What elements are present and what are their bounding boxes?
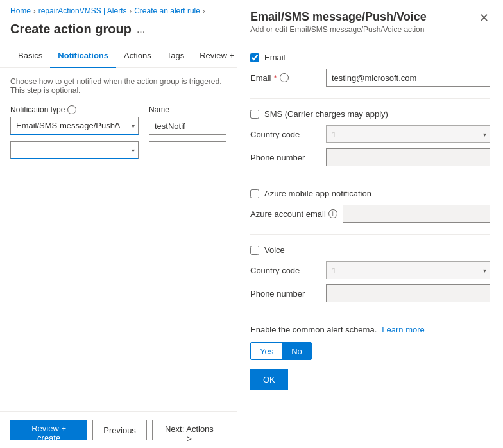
left-footer: Review + create Previous Next: Actions > [0, 411, 237, 448]
sms-section: SMS (Carrier charges may apply) Country … [250, 109, 490, 166]
tab-basics[interactable]: Basics [10, 44, 50, 68]
breadcrumb-home[interactable]: Home [10, 6, 31, 15]
right-panel: Email/SMS message/Push/Voice Add or edit… [237, 0, 503, 448]
breadcrumb-alerts[interactable]: repairActionVMSS | Alerts [38, 6, 127, 15]
sms-phone-row: Phone number [250, 148, 490, 166]
divider-3 [250, 234, 490, 235]
notification-type-select[interactable]: Email/SMS message/Push/Voice [10, 117, 139, 135]
tab-bar: Basics Notifications Actions Tags Review… [0, 44, 237, 68]
notification-form-row: Notification type i Email/SMS message/Pu… [10, 105, 226, 135]
azure-account-email-row: Azure account email i [250, 205, 490, 223]
step-description: Choose how to get notified when the acti… [10, 77, 226, 95]
more-options-icon[interactable]: ... [137, 24, 145, 35]
divider-1 [250, 98, 490, 99]
second-name-input[interactable] [149, 141, 226, 159]
second-notification-type-select[interactable] [10, 141, 139, 159]
voice-checkbox-row: Voice [250, 245, 490, 255]
email-field-label: Email * i [250, 73, 321, 83]
review-create-button[interactable]: Review + create [10, 420, 87, 440]
page-title-row: Create action group ... [0, 19, 237, 44]
schema-no-button[interactable]: No [282, 343, 311, 359]
previous-button[interactable]: Previous [92, 420, 147, 440]
tab-notifications[interactable]: Notifications [50, 44, 116, 68]
voice-section: Voice Country code 1 ▾ Phone number [250, 245, 490, 302]
next-button[interactable]: Next: Actions > [152, 420, 226, 440]
schema-yes-button[interactable]: Yes [251, 343, 282, 359]
second-notification-type-group: ▾ [10, 141, 139, 159]
learn-more-link[interactable]: Learn more [382, 325, 424, 334]
voice-checkbox[interactable] [250, 246, 259, 255]
email-section: Email Email * i [250, 53, 490, 87]
tab-tags[interactable]: Tags [159, 44, 192, 68]
notification-type-select-wrapper: Email/SMS message/Push/Voice ▾ [10, 117, 139, 135]
sms-country-code-select-wrapper: 1 ▾ [326, 125, 490, 143]
second-select-wrapper: ▾ [10, 141, 139, 159]
name-label: Name [149, 105, 226, 114]
breadcrumb: Home › repairActionVMSS | Alerts › Creat… [0, 0, 237, 19]
name-group: Name [149, 105, 226, 135]
schema-toggle-group: Yes No [250, 342, 312, 360]
voice-country-code-select-wrapper: 1 ▾ [326, 261, 490, 279]
azure-app-checkbox[interactable] [250, 189, 259, 198]
email-input[interactable] [326, 69, 490, 87]
azure-app-section: Azure mobile app notification Azure acco… [250, 189, 490, 223]
page-title: Create action group [10, 22, 132, 37]
sms-checkbox[interactable] [250, 110, 259, 119]
second-form-row: ▾ [10, 141, 226, 159]
divider-2 [250, 178, 490, 178]
sms-phone-label: Phone number [250, 153, 321, 162]
azure-account-email-input[interactable] [343, 205, 490, 223]
email-checkbox[interactable] [250, 53, 259, 62]
voice-phone-label: Phone number [250, 289, 321, 298]
notification-type-info-icon[interactable]: i [67, 105, 76, 114]
azure-app-section-label[interactable]: Azure mobile app notification [264, 189, 371, 198]
azure-app-checkbox-row: Azure mobile app notification [250, 189, 490, 198]
panel-body: Email Email * i SMS (Carrier charges may… [237, 42, 503, 448]
email-info-icon[interactable]: i [280, 73, 289, 82]
schema-label: Enable the common alert schema. [250, 325, 377, 334]
panel-title: Email/SMS message/Push/Voice [250, 10, 490, 24]
sms-checkbox-row: SMS (Carrier charges may apply) [250, 109, 490, 119]
email-checkbox-row: Email [250, 53, 490, 62]
tab-actions[interactable]: Actions [116, 44, 159, 68]
voice-country-code-label: Country code [250, 266, 321, 275]
second-name-group [149, 141, 226, 159]
panel-subtitle: Add or edit Email/SMS message/Push/Voice… [250, 25, 490, 34]
email-required-star: * [274, 73, 277, 83]
divider-4 [250, 314, 490, 314]
ok-button[interactable]: OK [250, 369, 288, 390]
email-section-label[interactable]: Email [264, 53, 286, 62]
close-button[interactable]: ✕ [475, 9, 493, 27]
sms-country-code-row: Country code 1 ▾ [250, 125, 490, 143]
notification-type-label: Notification type i [10, 105, 139, 114]
left-panel: Home › repairActionVMSS | Alerts › Creat… [0, 0, 237, 448]
voice-phone-row: Phone number [250, 284, 490, 302]
email-field-row: Email * i [250, 69, 490, 87]
sms-phone-input[interactable] [326, 148, 490, 166]
schema-row: Enable the common alert schema. Learn mo… [250, 325, 490, 334]
breadcrumb-create-alert[interactable]: Create an alert rule [134, 6, 200, 15]
voice-phone-input[interactable] [326, 284, 490, 302]
voice-country-code-select[interactable]: 1 [326, 261, 490, 279]
toggle-row: Yes No [250, 342, 490, 360]
azure-account-email-label: Azure account email i [250, 209, 337, 219]
notification-type-group: Notification type i Email/SMS message/Pu… [10, 105, 139, 135]
name-input[interactable] [149, 117, 226, 135]
voice-country-code-row: Country code 1 ▾ [250, 261, 490, 279]
panel-header: Email/SMS message/Push/Voice Add or edit… [237, 0, 503, 42]
voice-section-label[interactable]: Voice [264, 245, 285, 255]
sms-country-code-select[interactable]: 1 [326, 125, 490, 143]
left-content: Choose how to get notified when the acti… [0, 68, 237, 411]
sms-section-label[interactable]: SMS (Carrier charges may apply) [264, 109, 388, 119]
azure-account-email-info-icon[interactable]: i [328, 209, 337, 218]
sms-country-code-label: Country code [250, 130, 321, 139]
